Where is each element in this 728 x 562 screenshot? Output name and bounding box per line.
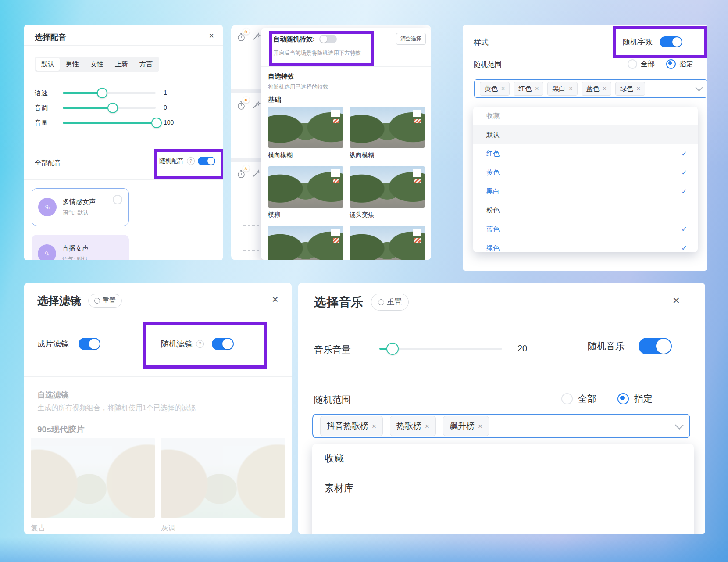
boost-badge-icon: « [243,28,250,35]
duration-icon[interactable]: « [236,32,246,43]
effect-thumbnail[interactable] [350,107,425,148]
filter-group-title: 90s现代胶片 [37,424,85,435]
custom-filter-section: 自选滤镜 生成的所有视频组合，将随机使用1个已选择的滤镜 90s现代胶片 复古 … [24,376,292,534]
option-material-library[interactable]: 素材库 [312,473,694,503]
effect-thumbnail[interactable] [350,226,425,260]
voice-tone: 语气: 默认 [63,209,107,217]
close-icon[interactable]: × [272,294,278,305]
effect-name: 模糊 [268,211,280,219]
auto-random-effects-label: 自动随机特效: [273,35,315,43]
finished-filter-toggle[interactable] [79,338,100,350]
filter-thumbnail[interactable] [161,438,285,518]
chevron-down-icon[interactable] [696,84,703,92]
remove-tag-icon[interactable]: × [501,86,505,92]
scene-row-icons: « [236,169,261,180]
tag-yellow[interactable]: 黄色× [480,82,510,96]
remove-tag-icon[interactable]: × [372,422,376,430]
color-tag-select[interactable]: 黄色× 红色× 黑白× 蓝色× 绿色× [474,79,707,98]
radio-all-circle[interactable] [561,393,573,404]
random-music-toggle[interactable] [639,338,672,354]
effect-thumbnail[interactable] [268,107,343,148]
filter-thumbnail[interactable] [31,438,155,518]
reset-music-button[interactable]: 重置 [371,294,409,311]
option-blue[interactable]: 蓝色✓ [473,220,698,239]
option-favorites[interactable]: 收藏 [312,444,694,473]
radio-all-label: 全部 [641,60,655,69]
music-volume-slider[interactable] [379,348,502,350]
help-icon[interactable]: ? [187,157,195,165]
volume-slider[interactable] [63,122,156,124]
duration-icon[interactable]: « [236,169,246,180]
tab-new[interactable]: 上新 [110,58,133,71]
effect-thumbnail[interactable] [268,226,343,260]
option-bw[interactable]: 黑白✓ [473,182,698,201]
option-favorites[interactable]: 收藏 [473,107,698,125]
radio-all[interactable]: 全部 [628,59,655,69]
remove-tag-icon[interactable]: × [535,86,539,92]
effect-wand-icon[interactable] [252,100,261,111]
radio-specified-label: 指定 [679,60,693,69]
tag-red[interactable]: 红色× [514,82,543,96]
tag-bw[interactable]: 黑白× [547,82,577,96]
speed-slider[interactable] [63,92,156,94]
tag-blue[interactable]: 蓝色× [582,82,611,96]
effect-thumbnail[interactable] [268,166,343,208]
radio-all-label: 全部 [578,393,596,405]
radio-specified-circle[interactable] [666,59,676,69]
random-text-effect-toggle[interactable] [660,36,682,47]
radio-specified-circle[interactable] [617,393,629,404]
tab-default[interactable]: 默认 [36,58,60,71]
music-volume-thumb[interactable] [386,343,399,355]
volume-slider-thumb[interactable] [151,118,162,128]
radio-specified-label: 指定 [634,393,653,405]
random-filter-toggle[interactable] [212,338,234,350]
effect-name: 横向模糊 [268,151,293,159]
random-filter-control: 随机滤镜 ? [161,338,234,350]
finished-filter-label: 成片滤镜 [37,339,69,349]
close-icon[interactable]: × [673,294,680,307]
option-default[interactable]: 默认 [473,125,698,144]
duration-icon[interactable]: « [236,100,246,112]
chevron-down-icon[interactable] [675,421,684,430]
voice-card-live[interactable]: ♀ 直播女声 语气: 默认 [32,235,129,260]
close-icon[interactable]: × [209,31,214,40]
random-voice-toggle[interactable] [198,157,215,165]
tag-rising[interactable]: 飙升榜× [443,416,489,436]
pitch-value: 0 [164,104,167,111]
pitch-slider[interactable] [63,107,156,109]
voice-radio[interactable] [113,195,122,204]
remove-tag-icon[interactable]: × [569,86,572,92]
radio-specified[interactable]: 指定 [666,59,693,69]
reset-filter-button[interactable]: 重置 [88,294,122,308]
option-red[interactable]: 红色✓ [473,144,698,163]
pitch-slider-thumb[interactable] [107,103,118,113]
boost-badge-icon: « [243,165,250,172]
music-tag-select[interactable]: 抖音热歌榜× 热歌榜× 飙升榜× [312,414,690,438]
tag-hot-songs[interactable]: 热歌榜× [390,416,436,436]
effect-wand-icon[interactable] [252,169,261,179]
tag-green[interactable]: 绿色× [615,82,645,96]
remove-tag-icon[interactable]: × [603,86,607,92]
remove-tag-icon[interactable]: × [478,422,482,430]
effect-thumbnail[interactable] [350,166,425,208]
tag-douyin-hot[interactable]: 抖音热歌榜× [320,416,383,436]
auto-random-effects-toggle[interactable] [319,35,337,43]
style-label: 样式 [474,37,489,47]
option-yellow[interactable]: 黄色✓ [473,163,698,182]
remove-tag-icon[interactable]: × [637,86,640,92]
tab-male[interactable]: 男性 [61,58,84,71]
clear-selection-button[interactable]: 清空选择 [396,33,426,45]
voice-card-emotional[interactable]: ♀ 多情感女声 语气: 默认 [32,188,129,226]
radio-specified[interactable]: 指定 [617,393,653,405]
speed-slider-thumb[interactable] [97,88,107,98]
option-green[interactable]: 绿色✓ [473,239,698,252]
tab-dialect[interactable]: 方言 [134,58,158,71]
remove-tag-icon[interactable]: × [425,422,429,430]
voice-name: 直播女声 [62,244,123,253]
radio-all[interactable]: 全部 [561,393,596,405]
tab-female[interactable]: 女性 [85,58,109,71]
effect-wand-icon[interactable] [252,32,261,43]
radio-all-circle[interactable] [628,59,637,69]
option-pink[interactable]: 粉色 [473,201,698,220]
help-icon[interactable]: ? [196,340,204,348]
